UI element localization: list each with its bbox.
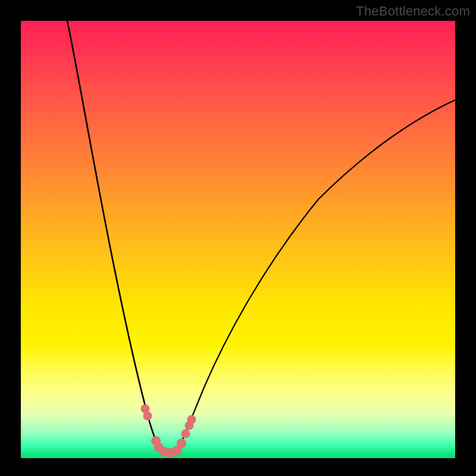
dot xyxy=(177,439,186,448)
right-curve xyxy=(178,100,455,449)
watermark-label: TheBottleneck.com xyxy=(356,4,470,19)
dot xyxy=(143,412,152,421)
dot xyxy=(187,415,196,424)
dot xyxy=(181,430,190,439)
left-curve xyxy=(67,21,161,449)
chart-svg xyxy=(21,21,455,458)
chart-frame: TheBottleneck.com xyxy=(0,0,476,476)
bottom-dots-group xyxy=(141,405,196,458)
plot-area xyxy=(21,21,455,458)
